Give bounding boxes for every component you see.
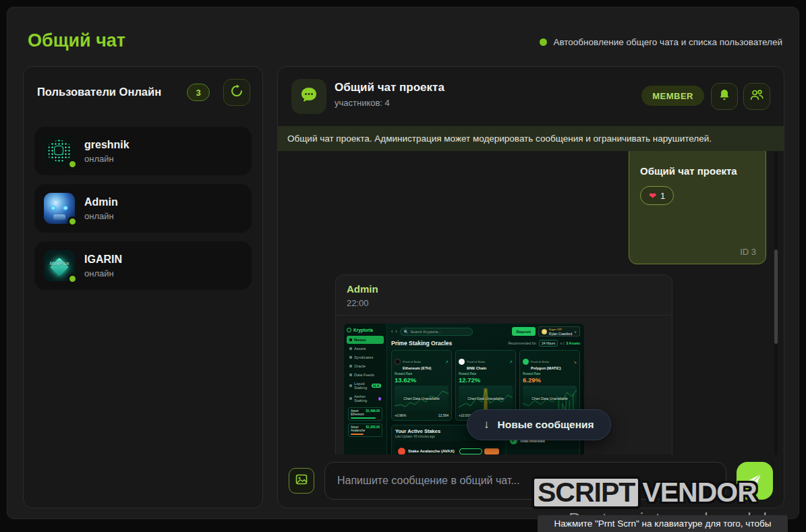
user-status: онлайн [84, 268, 122, 278]
avatar [44, 193, 75, 224]
refresh-icon [230, 84, 243, 100]
send-button[interactable] [737, 462, 773, 500]
message-author: Admin [347, 283, 661, 295]
reaction-count: 1 [660, 191, 665, 201]
autoupdate-status: Автообновление общего чата и списка поль… [540, 37, 782, 47]
app-window: Общий чат Автообновление общего чата и с… [7, 7, 799, 519]
att-deposit-button: Deposit [512, 327, 536, 336]
att-nav-datafeeds: Data Feeds [347, 371, 384, 379]
chat-bubble-icon [299, 85, 319, 108]
att-user-chip: Super VIPRylan Crawford ∨ [538, 326, 580, 336]
att-nav-oracle: Oracle [347, 362, 384, 370]
att-asset-avax: Asset Avalanche$1,363.00 [348, 423, 382, 437]
message-text: Общий чат проекта [640, 165, 755, 177]
kryptoria-brand: Kryptoria [353, 328, 373, 332]
users-online-panel: Пользователи Онлайн 3 greshnik онлайн [23, 66, 263, 508]
new-messages-button[interactable]: ↓ Новые сообщения [467, 409, 611, 440]
att-card-eth: Proof of StakeEthereum (ETH) ↗ Reward Ra… [391, 350, 452, 421]
image-icon [295, 473, 308, 489]
online-count-badge: 3 [187, 84, 210, 101]
online-status-dot [67, 274, 78, 284]
user-info: greshnik онлайн [84, 139, 129, 164]
users-panel-title: Пользователи Онлайн [37, 86, 161, 98]
users-panel-header: Пользователи Онлайн 3 [24, 67, 262, 118]
messages-area: Общий чат проекта ❤ 1 ID 3 Admin 22:00 [278, 151, 784, 454]
user-name: Admin [84, 196, 118, 208]
att-nav-aether: Aether Staking [347, 392, 384, 405]
arrow-down-icon: ↓ [484, 418, 490, 432]
user-info: Admin онлайн [84, 196, 118, 221]
user-name: greshnik [84, 139, 129, 151]
attachment-sidebar: Kryptoria Nexus Assets Syndicates Oracle… [344, 324, 387, 454]
participants-button[interactable] [743, 83, 770, 110]
user-name: IGARIN [84, 254, 122, 266]
avatar [44, 136, 75, 167]
message-time: 22:00 [347, 298, 661, 308]
user-list-item-admin[interactable]: Admin онлайн [34, 184, 252, 233]
chat-avatar [291, 79, 326, 114]
chat-notice-bar: Общий чат проекта. Администрация может м… [278, 126, 784, 151]
att-heading: Prime Staking Oracles [391, 340, 452, 347]
message-bubble-pinned: Общий чат проекта ❤ 1 ID 3 [629, 151, 766, 264]
chat-title: Общий чат проекта [335, 81, 444, 94]
chat-participants: участников: 4 [335, 98, 390, 108]
chat-scrollbar-thumb[interactable] [774, 249, 778, 344]
user-status: онлайн [84, 211, 118, 221]
reaction-button[interactable]: ❤ 1 [640, 186, 674, 205]
attach-image-button[interactable] [289, 468, 314, 494]
user-status: онлайн [84, 154, 129, 164]
att-nav-syndicates: Syndicates [347, 353, 384, 361]
screen: Общий чат Автообновление общего чата и с… [0, 0, 806, 532]
autoupdate-dot-icon [540, 38, 547, 46]
avatar: MineFlux [44, 250, 75, 281]
online-status-dot [67, 159, 78, 169]
user-list-item-greshnik[interactable]: greshnik онлайн [34, 127, 252, 175]
bell-icon [718, 88, 731, 105]
online-status-dot [67, 216, 78, 227]
chat-panel: Общий чат проекта участников: 4 MEMBER [277, 66, 784, 508]
message-header: Admin 22:00 [336, 275, 672, 316]
refresh-users-button[interactable] [223, 79, 250, 106]
message-input-row [278, 453, 784, 508]
att-nav-assets: Assets [347, 345, 384, 353]
notifications-button[interactable] [711, 83, 738, 110]
message-id: ID 3 [740, 247, 756, 257]
att-nav-nexus: Nexus [347, 336, 384, 344]
autoupdate-label: Автообновление общего чата и списка поль… [553, 37, 782, 47]
att-asset-eth: Asset Ethereum$1,499.00 [348, 407, 382, 421]
member-badge: MEMBER [641, 86, 704, 106]
printscreen-tooltip: Нажмите "Prnt Scrn" на клавиатуре для то… [538, 515, 788, 532]
page-title: Общий чат [28, 30, 125, 51]
kryptoria-logo-icon [347, 328, 351, 332]
att-search: 🔍Search Kryptoria... [400, 328, 473, 336]
message-input[interactable] [324, 462, 726, 500]
chat-header: Общий чат проекта участников: 4 MEMBER [278, 67, 784, 126]
heart-icon: ❤ [649, 191, 656, 201]
send-plane-icon [746, 471, 764, 490]
user-info: IGARIN онлайн [84, 254, 122, 278]
user-list-item-igarin[interactable]: MineFlux IGARIN онлайн [34, 241, 252, 290]
people-icon [749, 88, 764, 105]
att-nav-liquid: Liquid StakingNEW [347, 380, 384, 392]
new-messages-label: Новые сообщения [498, 419, 594, 431]
